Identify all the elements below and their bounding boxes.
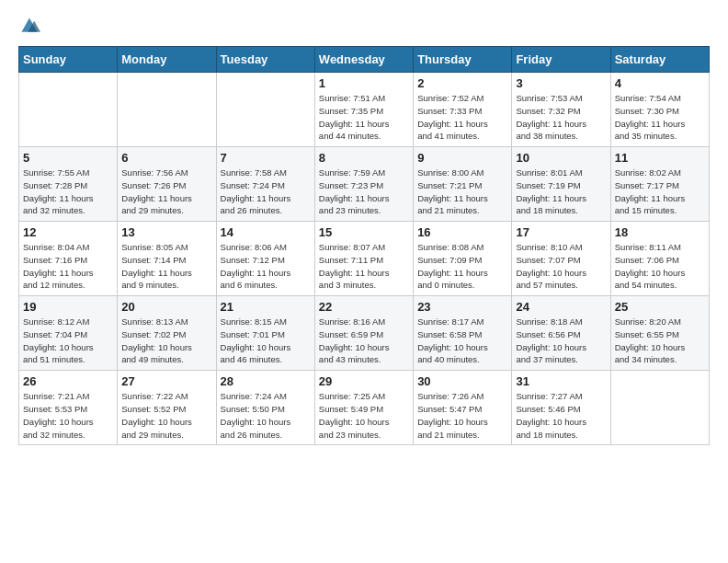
day-info: Sunrise: 8:18 AM Sunset: 6:56 PM Dayligh…: [516, 316, 606, 366]
day-cell: [610, 371, 709, 445]
day-number: 20: [121, 300, 211, 314]
day-info: Sunrise: 8:02 AM Sunset: 7:17 PM Dayligh…: [615, 167, 705, 217]
day-cell: 8Sunrise: 7:59 AM Sunset: 7:23 PM Daylig…: [314, 147, 413, 222]
week-row-3: 12Sunrise: 8:04 AM Sunset: 7:16 PM Dayli…: [19, 222, 710, 296]
day-info: Sunrise: 7:26 AM Sunset: 5:47 PM Dayligh…: [417, 390, 507, 441]
column-header-wednesday: Wednesday: [314, 47, 413, 73]
week-row-5: 26Sunrise: 7:21 AM Sunset: 5:53 PM Dayli…: [19, 371, 710, 445]
day-number: 18: [615, 225, 705, 239]
column-header-monday: Monday: [118, 47, 216, 73]
day-number: 14: [221, 225, 311, 239]
day-info: Sunrise: 8:10 AM Sunset: 7:07 PM Dayligh…: [516, 241, 606, 292]
day-cell: 31Sunrise: 7:27 AM Sunset: 5:46 PM Dayli…: [512, 371, 610, 445]
day-number: 1: [319, 76, 409, 90]
day-info: Sunrise: 8:07 AM Sunset: 7:11 PM Dayligh…: [319, 241, 409, 292]
day-info: Sunrise: 8:06 AM Sunset: 7:12 PM Dayligh…: [221, 241, 311, 292]
day-info: Sunrise: 8:12 AM Sunset: 7:04 PM Dayligh…: [23, 316, 113, 366]
day-info: Sunrise: 7:59 AM Sunset: 7:23 PM Dayligh…: [319, 167, 409, 217]
day-cell: 28Sunrise: 7:24 AM Sunset: 5:50 PM Dayli…: [216, 371, 314, 445]
day-info: Sunrise: 8:08 AM Sunset: 7:09 PM Dayligh…: [417, 241, 507, 292]
day-info: Sunrise: 8:13 AM Sunset: 7:02 PM Dayligh…: [121, 316, 211, 366]
day-info: Sunrise: 8:15 AM Sunset: 7:01 PM Dayligh…: [221, 316, 311, 366]
day-info: Sunrise: 7:22 AM Sunset: 5:52 PM Dayligh…: [121, 390, 211, 441]
day-cell: 6Sunrise: 7:56 AM Sunset: 7:26 PM Daylig…: [118, 147, 216, 222]
column-headers: SundayMondayTuesdayWednesdayThursdayFrid…: [19, 47, 710, 73]
day-info: Sunrise: 7:27 AM Sunset: 5:46 PM Dayligh…: [516, 390, 606, 441]
column-header-saturday: Saturday: [610, 47, 709, 73]
day-info: Sunrise: 7:24 AM Sunset: 5:50 PM Dayligh…: [221, 390, 311, 441]
column-header-friday: Friday: [512, 47, 610, 73]
day-cell: 29Sunrise: 7:25 AM Sunset: 5:49 PM Dayli…: [314, 371, 413, 445]
day-number: 10: [516, 151, 606, 165]
day-number: 17: [516, 225, 606, 239]
day-info: Sunrise: 7:58 AM Sunset: 7:24 PM Dayligh…: [221, 167, 311, 217]
day-number: 6: [121, 151, 211, 165]
day-info: Sunrise: 8:17 AM Sunset: 6:58 PM Dayligh…: [417, 316, 507, 366]
day-number: 15: [319, 225, 409, 239]
day-number: 2: [417, 76, 507, 90]
day-info: Sunrise: 8:00 AM Sunset: 7:21 PM Dayligh…: [417, 167, 507, 217]
day-number: 5: [23, 151, 113, 165]
day-cell: 20Sunrise: 8:13 AM Sunset: 7:02 PM Dayli…: [118, 296, 216, 371]
week-row-1: 1Sunrise: 7:51 AM Sunset: 7:35 PM Daylig…: [19, 73, 710, 147]
day-info: Sunrise: 8:16 AM Sunset: 6:59 PM Dayligh…: [319, 316, 409, 366]
day-number: 29: [319, 374, 409, 388]
day-cell: 24Sunrise: 8:18 AM Sunset: 6:56 PM Dayli…: [512, 296, 610, 371]
week-row-2: 5Sunrise: 7:55 AM Sunset: 7:28 PM Daylig…: [19, 147, 710, 222]
day-number: 19: [23, 300, 113, 314]
week-row-4: 19Sunrise: 8:12 AM Sunset: 7:04 PM Dayli…: [19, 296, 710, 371]
day-number: 30: [417, 374, 507, 388]
page: SundayMondayTuesdayWednesdayThursdayFrid…: [0, 0, 728, 563]
logo-icon: [18, 15, 40, 37]
day-cell: 15Sunrise: 8:07 AM Sunset: 7:11 PM Dayli…: [314, 222, 413, 296]
column-header-thursday: Thursday: [414, 47, 512, 73]
day-number: 27: [121, 374, 211, 388]
day-cell: 16Sunrise: 8:08 AM Sunset: 7:09 PM Dayli…: [414, 222, 512, 296]
day-info: Sunrise: 8:20 AM Sunset: 6:55 PM Dayligh…: [615, 316, 705, 366]
day-number: 25: [615, 300, 705, 314]
day-info: Sunrise: 7:55 AM Sunset: 7:28 PM Dayligh…: [23, 167, 113, 217]
day-number: 12: [23, 225, 113, 239]
day-number: 9: [417, 151, 507, 165]
column-header-tuesday: Tuesday: [216, 47, 314, 73]
column-header-sunday: Sunday: [19, 47, 118, 73]
day-cell: 21Sunrise: 8:15 AM Sunset: 7:01 PM Dayli…: [216, 296, 314, 371]
day-cell: 3Sunrise: 7:53 AM Sunset: 7:32 PM Daylig…: [512, 73, 610, 147]
day-cell: [19, 73, 118, 147]
day-number: 8: [319, 151, 409, 165]
day-cell: 13Sunrise: 8:05 AM Sunset: 7:14 PM Dayli…: [118, 222, 216, 296]
day-number: 3: [516, 76, 606, 90]
day-number: 7: [221, 151, 311, 165]
day-number: 4: [615, 76, 705, 90]
day-cell: 18Sunrise: 8:11 AM Sunset: 7:06 PM Dayli…: [610, 222, 709, 296]
day-number: 26: [23, 374, 113, 388]
day-number: 31: [516, 374, 606, 388]
day-cell: 5Sunrise: 7:55 AM Sunset: 7:28 PM Daylig…: [19, 147, 118, 222]
day-cell: 25Sunrise: 8:20 AM Sunset: 6:55 PM Dayli…: [610, 296, 709, 371]
day-number: 23: [417, 300, 507, 314]
day-number: 28: [221, 374, 311, 388]
day-cell: 1Sunrise: 7:51 AM Sunset: 7:35 PM Daylig…: [314, 73, 413, 147]
day-info: Sunrise: 8:01 AM Sunset: 7:19 PM Dayligh…: [516, 167, 606, 217]
day-info: Sunrise: 7:51 AM Sunset: 7:35 PM Dayligh…: [319, 92, 409, 143]
day-info: Sunrise: 7:21 AM Sunset: 5:53 PM Dayligh…: [23, 390, 113, 441]
day-cell: 19Sunrise: 8:12 AM Sunset: 7:04 PM Dayli…: [19, 296, 118, 371]
header: [18, 15, 710, 37]
day-cell: 9Sunrise: 8:00 AM Sunset: 7:21 PM Daylig…: [414, 147, 512, 222]
day-cell: 2Sunrise: 7:52 AM Sunset: 7:33 PM Daylig…: [414, 73, 512, 147]
day-cell: 10Sunrise: 8:01 AM Sunset: 7:19 PM Dayli…: [512, 147, 610, 222]
day-cell: 22Sunrise: 8:16 AM Sunset: 6:59 PM Dayli…: [314, 296, 413, 371]
day-cell: 7Sunrise: 7:58 AM Sunset: 7:24 PM Daylig…: [216, 147, 314, 222]
day-number: 13: [121, 225, 211, 239]
day-number: 11: [615, 151, 705, 165]
day-cell: 11Sunrise: 8:02 AM Sunset: 7:17 PM Dayli…: [610, 147, 709, 222]
day-info: Sunrise: 8:04 AM Sunset: 7:16 PM Dayligh…: [23, 241, 113, 292]
day-info: Sunrise: 7:56 AM Sunset: 7:26 PM Dayligh…: [121, 167, 211, 217]
day-info: Sunrise: 8:11 AM Sunset: 7:06 PM Dayligh…: [615, 241, 705, 292]
day-number: 22: [319, 300, 409, 314]
day-number: 16: [417, 225, 507, 239]
day-cell: [216, 73, 314, 147]
day-cell: [118, 73, 216, 147]
day-info: Sunrise: 7:54 AM Sunset: 7:30 PM Dayligh…: [615, 92, 705, 143]
day-cell: 23Sunrise: 8:17 AM Sunset: 6:58 PM Dayli…: [414, 296, 512, 371]
